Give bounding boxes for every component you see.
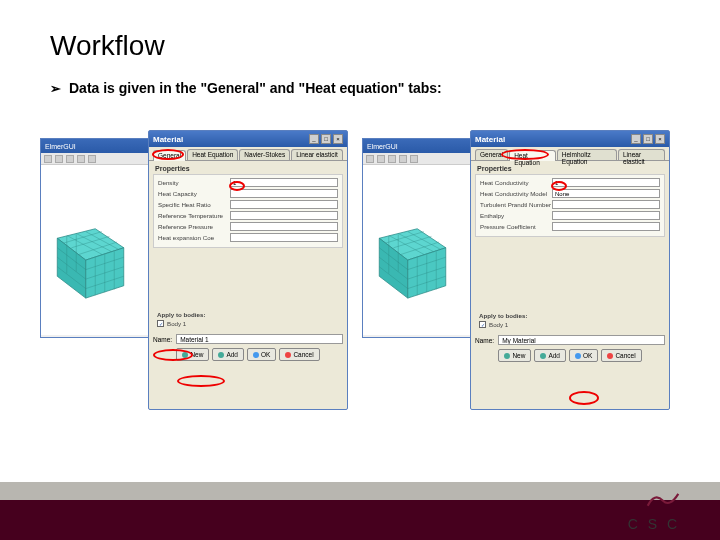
field-heat-conductivity-model: Heat Conductivity Model: [480, 189, 660, 198]
enthalpy-input[interactable]: [552, 211, 660, 220]
turbulent-prandtl-input[interactable]: [552, 200, 660, 209]
cube-icon: [365, 205, 460, 300]
properties-header: Properties: [471, 161, 669, 174]
tab-general[interactable]: General: [475, 149, 508, 160]
dialog-buttons: New Add OK Cancel: [149, 344, 347, 365]
properties-panel: Density Heat Capacity Specific Heat Rati…: [153, 174, 343, 248]
properties-header: Properties: [149, 161, 347, 174]
dialog-titlebar: Material _□×: [471, 131, 669, 147]
heat-expansion-input[interactable]: [230, 233, 338, 242]
name-row: Name:: [153, 334, 343, 344]
add-button[interactable]: Add: [534, 349, 566, 362]
arrow-icon: ➢: [50, 81, 61, 96]
bullet-text: Data is given in the "General" and "Heat…: [69, 80, 442, 96]
heat-conductivity-model-input[interactable]: [552, 189, 660, 198]
window-controls: _□×: [631, 134, 665, 144]
close-icon[interactable]: ×: [655, 134, 665, 144]
logo-text: C S C: [628, 516, 680, 532]
name-label: Name:: [153, 336, 172, 343]
left-screenshot: ElmerGUI: [40, 130, 350, 420]
bullet-line: ➢ Data is given in the "General" and "He…: [50, 80, 670, 96]
field-enthalpy: Enthalpy: [480, 211, 660, 220]
ok-button[interactable]: OK: [569, 349, 598, 362]
material-dialog: Material _□× General Heat Equation Helmh…: [470, 130, 670, 410]
tab-general[interactable]: General: [153, 150, 186, 161]
screenshot-row: ElmerGUI: [40, 130, 672, 420]
field-pressure-coefficient: Pressure Coefficient: [480, 222, 660, 231]
cancel-button[interactable]: Cancel: [601, 349, 641, 362]
apply-body-checkbox[interactable]: ✓Body 1: [479, 321, 661, 328]
apply-body-checkbox[interactable]: ✓Body 1: [157, 320, 339, 327]
field-specific-heat-ratio: Specific Heat Ratio: [158, 200, 338, 209]
right-screenshot: ElmerGUI: [362, 130, 672, 420]
logo-icon: [646, 488, 680, 510]
tab-linear-elasticity[interactable]: Linear elasticit: [618, 149, 665, 160]
toolbar: [41, 153, 159, 165]
dialog-title-text: Material: [475, 135, 505, 144]
add-button[interactable]: Add: [212, 348, 244, 361]
app-title-text: ElmerGUI: [45, 143, 76, 150]
maximize-icon[interactable]: □: [643, 134, 653, 144]
apply-header: Apply to bodies:: [157, 311, 339, 318]
pressure-coefficient-input[interactable]: [552, 222, 660, 231]
heat-conductivity-input[interactable]: [552, 178, 660, 187]
field-density: Density: [158, 178, 338, 187]
tab-helmholtz[interactable]: Helmholtz Equation: [557, 149, 617, 160]
tab-navier-stokes[interactable]: Navier-Stokes: [239, 149, 290, 160]
specific-heat-ratio-input[interactable]: [230, 200, 338, 209]
app-title-text: ElmerGUI: [367, 143, 398, 150]
field-ref-temperature: Reference Temperature: [158, 211, 338, 220]
ref-pressure-input[interactable]: [230, 222, 338, 231]
dialog-buttons: New Add OK Cancel: [471, 345, 669, 366]
app-titlebar: ElmerGUI: [363, 139, 481, 153]
properties-panel: Heat Conductivity Heat Conductivity Mode…: [475, 174, 665, 237]
tab-linear-elasticity[interactable]: Linear elasticit: [291, 149, 343, 160]
material-dialog: Material _□× General Heat Equation Navie…: [148, 130, 348, 410]
name-label: Name:: [475, 337, 494, 344]
name-input[interactable]: [176, 334, 343, 344]
cancel-button[interactable]: Cancel: [279, 348, 319, 361]
app-window: ElmerGUI: [40, 138, 160, 338]
ok-button[interactable]: OK: [247, 348, 276, 361]
footer-dark: [0, 500, 720, 540]
app-titlebar: ElmerGUI: [41, 139, 159, 153]
apply-header: Apply to bodies:: [479, 312, 661, 319]
apply-section: Apply to bodies: ✓Body 1: [475, 309, 665, 331]
viewport: [363, 165, 483, 335]
apply-section: Apply to bodies: ✓Body 1: [153, 308, 343, 330]
new-button[interactable]: New: [498, 349, 531, 362]
field-ref-pressure: Reference Pressure: [158, 222, 338, 231]
new-button[interactable]: New: [176, 348, 209, 361]
cube-icon: [43, 205, 138, 300]
density-input[interactable]: [230, 178, 338, 187]
csc-logo: [646, 488, 680, 510]
minimize-icon[interactable]: _: [309, 134, 319, 144]
tab-bar: General Heat Equation Navier-Stokes Line…: [149, 147, 347, 161]
dialog-titlebar: Material _□×: [149, 131, 347, 147]
toolbar: [363, 153, 481, 165]
app-window: ElmerGUI: [362, 138, 482, 338]
close-icon[interactable]: ×: [333, 134, 343, 144]
field-heat-capacity: Heat Capacity: [158, 189, 338, 198]
footer-band: [0, 482, 720, 500]
tab-heat-equation[interactable]: Heat Equation: [187, 149, 238, 160]
ref-temperature-input[interactable]: [230, 211, 338, 220]
name-input[interactable]: [498, 335, 665, 345]
window-controls: _□×: [309, 134, 343, 144]
viewport: [41, 165, 161, 335]
field-turbulent-prandtl: Turbulent Prandtl Number: [480, 200, 660, 209]
minimize-icon[interactable]: _: [631, 134, 641, 144]
maximize-icon[interactable]: □: [321, 134, 331, 144]
slide: Workflow ➢ Data is given in the "General…: [0, 0, 720, 540]
heat-capacity-input[interactable]: [230, 189, 338, 198]
field-heat-conductivity: Heat Conductivity: [480, 178, 660, 187]
name-row: Name:: [475, 335, 665, 345]
page-title: Workflow: [50, 30, 670, 62]
tab-heat-equation[interactable]: Heat Equation: [509, 150, 556, 161]
tab-bar: General Heat Equation Helmholtz Equation…: [471, 147, 669, 161]
field-heat-expansion: Heat expansion Coe: [158, 233, 338, 242]
dialog-title-text: Material: [153, 135, 183, 144]
